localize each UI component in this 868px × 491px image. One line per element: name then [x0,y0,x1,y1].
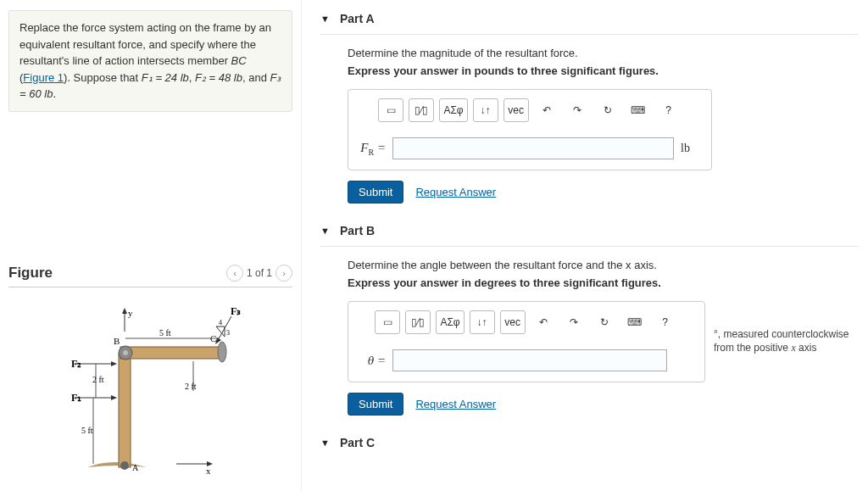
svg-rect-1 [120,347,222,359]
svg-point-5 [120,461,129,470]
figure-prev-button[interactable]: ‹ [226,265,243,282]
svg-text:x: x [206,466,211,476]
fraction-button[interactable]: ▯⁄▯ [405,310,431,334]
svg-text:A: A [132,463,139,472]
figure-link[interactable]: Figure 1 [23,71,64,84]
part-a-variable: FR = [357,141,386,157]
redo-button[interactable]: ↷ [565,98,590,122]
part-b-suffix: °, measured counterclockwise from the po… [714,328,858,354]
keyboard-button[interactable]: ⌨ [622,310,648,334]
svg-text:2 ft: 2 ft [185,382,197,391]
caret-down-icon: ▼ [320,226,330,236]
part-b-answer-panel: ▭ ▯⁄▯ ΑΣφ ↓↑ vec ↶ ↷ ↻ ⌨ ? θ = [348,301,705,382]
part-b-format: Express your answer in degrees to three … [348,276,858,289]
svg-point-4 [218,342,226,362]
part-a-title: Part A [340,12,375,25]
template-button[interactable]: ▭ [378,98,403,122]
svg-text:2 ft: 2 ft [92,375,104,384]
part-c-header[interactable]: ▼ Part C [320,431,858,455]
svg-point-3 [123,350,128,355]
reset-button[interactable]: ↻ [595,98,620,122]
svg-text:F₂: F₂ [71,358,81,370]
figure-next-button[interactable]: › [275,265,292,282]
part-a-format: Express your answer in pounds to three s… [348,64,858,77]
part-b-variable: θ = [357,354,386,368]
part-a-instruction: Determine the magnitude of the resultant… [348,47,858,59]
problem-statement: Replace the force system acting on the f… [8,10,292,112]
vec-button[interactable]: vec [500,310,526,334]
caret-down-icon: ▼ [320,438,330,448]
part-a-answer-input[interactable] [392,137,674,159]
svg-text:5 ft: 5 ft [81,426,93,435]
svg-rect-0 [119,354,131,467]
part-c-title: Part C [340,436,375,449]
part-b-request-answer[interactable]: Request Answer [415,398,496,410]
reset-button[interactable]: ↻ [592,310,617,334]
part-a-unit: lb [681,142,703,155]
help-button[interactable]: ? [656,98,682,122]
part-b-header[interactable]: ▼ Part B [320,219,858,243]
help-button[interactable]: ? [653,310,678,334]
undo-button[interactable]: ↶ [531,310,556,334]
keyboard-button[interactable]: ⌨ [626,98,651,122]
svg-text:5 ft: 5 ft [159,328,171,338]
greek-button[interactable]: ΑΣφ [439,98,467,122]
part-b-submit-button[interactable]: Submit [348,393,403,416]
template-button[interactable]: ▭ [375,310,400,334]
sort-button[interactable]: ↓↑ [470,310,495,334]
svg-text:4: 4 [219,319,222,326]
svg-text:3: 3 [226,329,230,337]
part-a-answer-panel: ▭ ▯⁄▯ ΑΣφ ↓↑ vec ↶ ↷ ↻ ⌨ ? FR = [348,89,712,170]
svg-text:B: B [114,336,120,346]
svg-text:F₁: F₁ [71,392,81,404]
svg-text:y: y [128,308,133,318]
greek-button[interactable]: ΑΣφ [436,310,464,334]
part-a-submit-button[interactable]: Submit [348,181,403,204]
figure-counter: 1 of 1 [247,267,272,279]
figure-diagram: y x F₂ F₁ F₃ 4 3 [41,298,261,480]
part-b-answer-input[interactable] [392,349,667,371]
part-b-instruction: Determine the angle between the resultan… [348,259,858,271]
caret-down-icon: ▼ [320,14,330,24]
vec-button[interactable]: vec [504,98,529,122]
figure-title: Figure [8,265,53,282]
svg-text:F₃: F₃ [231,305,241,317]
part-a-header[interactable]: ▼ Part A [320,7,858,31]
part-a-request-answer[interactable]: Request Answer [415,186,496,198]
part-b-title: Part B [340,224,375,237]
sort-button[interactable]: ↓↑ [473,98,498,122]
redo-button[interactable]: ↷ [561,310,587,334]
undo-button[interactable]: ↶ [534,98,559,122]
fraction-button[interactable]: ▯⁄▯ [409,98,434,122]
